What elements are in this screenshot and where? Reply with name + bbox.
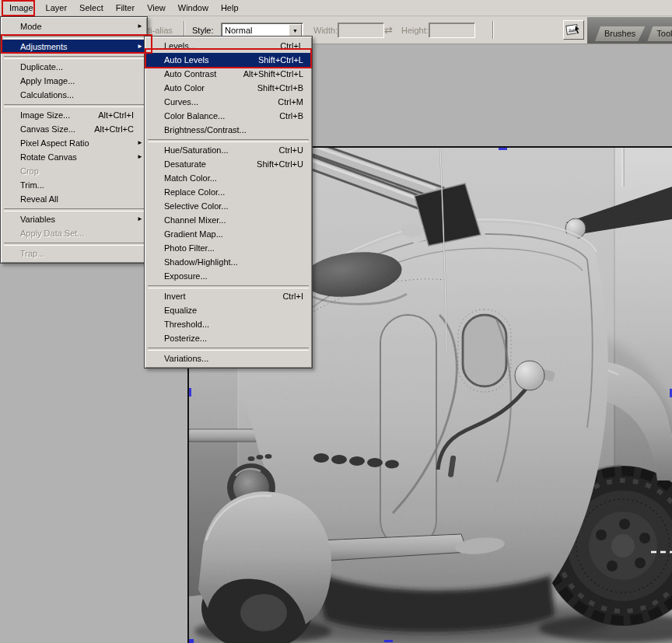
go-to-bridge-button[interactable] <box>563 20 584 40</box>
menu-item-label: Rotate Canvas <box>20 152 77 162</box>
adjustments-submenu-item-shadow-highlight[interactable]: Shadow/Highlight... <box>145 255 311 269</box>
image-menu-item-mode[interactable]: Mode ► <box>2 19 146 33</box>
palette-well-item-brushes[interactable]: Brushes <box>595 26 645 41</box>
adjustments-submenu-item-hue-saturation[interactable]: Hue/Saturation... Ctrl+U <box>145 143 311 157</box>
height-input[interactable] <box>429 23 475 38</box>
menubar-item-layer[interactable]: Layer <box>40 0 74 16</box>
menu-item-label: Calculations... <box>20 90 74 100</box>
label: Window <box>178 3 208 12</box>
bridge-icon <box>565 23 582 37</box>
menu-item-shortcut: Alt+Ctrl+I <box>98 110 134 120</box>
image-menu-item-apply-data-set[interactable]: Apply Data Set... <box>2 226 146 240</box>
menubar-item-view[interactable]: View <box>141 0 172 16</box>
menu-item-label: Mode <box>20 22 42 31</box>
menu-item-label: Trap... <box>20 249 44 258</box>
image-menu-item-duplicate[interactable]: Duplicate... <box>2 60 146 74</box>
adjustments-submenu-item-variations[interactable]: Variations... <box>145 351 311 365</box>
image-menu-item-rotate-canvas[interactable]: Rotate Canvas ► <box>2 150 146 164</box>
menu-item-shortcut: Shift+Ctrl+U <box>257 159 303 169</box>
width-input[interactable] <box>338 23 384 38</box>
width-label: Width: <box>313 26 338 35</box>
menu-separator <box>146 345 310 351</box>
adjustments-submenu-item-desaturate[interactable]: Desaturate Shift+Ctrl+U <box>145 157 311 171</box>
menu-item-label: Auto Color <box>164 83 205 93</box>
image-menu-item-calculations[interactable]: Calculations... <box>2 88 146 102</box>
adjustments-submenu-item-posterize[interactable]: Posterize... <box>145 331 311 345</box>
adjustments-submenu-item-auto-color[interactable]: Auto Color Shift+Ctrl+B <box>145 81 311 95</box>
menubar-item-help[interactable]: Help <box>215 0 245 16</box>
menu-item-label: Exposure... <box>164 271 208 281</box>
label: Layer <box>46 3 68 12</box>
menubar-item-filter[interactable]: Filter <box>110 0 141 16</box>
menu-item-label: Variables <box>20 215 55 224</box>
image-menu-item-apply-image[interactable]: Apply Image... <box>2 74 146 88</box>
adjustments-submenu-item-levels[interactable]: Levels... Ctrl+L <box>145 39 311 53</box>
image-menu-item-canvas-size[interactable]: Canvas Size... Alt+Ctrl+C <box>2 122 146 136</box>
image-menu-item-crop[interactable]: Crop <box>2 164 146 178</box>
menubar-item-window[interactable]: Window <box>172 0 215 16</box>
menu-item-label: Threshold... <box>164 320 209 329</box>
menu-separator <box>146 283 310 289</box>
menu-separator <box>2 206 145 212</box>
menu-item-shortcut: Shift+Ctrl+B <box>257 83 303 93</box>
adjustments-submenu-item-threshold[interactable]: Threshold... <box>145 317 311 331</box>
submenu-arrow-icon: ► <box>137 154 143 160</box>
adjustments-submenu-item-replace-color[interactable]: Replace Color... <box>145 185 311 199</box>
menu-item-shortcut: Ctrl+I <box>282 292 303 301</box>
menu-item-label: Channel Mixer... <box>164 215 226 225</box>
menu-separator <box>2 102 145 108</box>
menu-item-shortcut: Alt+Ctrl+C <box>94 124 134 134</box>
menu-item-label: Gradient Map... <box>164 229 223 239</box>
palette-well: BrushesTool Pr <box>587 17 672 44</box>
style-label: Style: <box>192 26 214 35</box>
image-menu-item-trim[interactable]: Trim... <box>2 178 146 192</box>
menu-separator <box>146 137 310 143</box>
adjustments-submenu-item-auto-contrast[interactable]: Auto Contrast Alt+Shift+Ctrl+L <box>145 67 311 81</box>
menu-item-shortcut: Ctrl+L <box>280 41 303 51</box>
menubar: ImageLayerSelectFilterViewWindowHelp <box>0 0 672 16</box>
menu-item-label: Hue/Saturation... <box>164 145 229 155</box>
menu-item-label: Desaturate <box>164 159 206 169</box>
menubar-item-select[interactable]: Select <box>73 0 110 16</box>
submenu-arrow-icon: ► <box>137 23 143 30</box>
menu-item-label: Curves... <box>164 97 198 107</box>
adjustments-submenu-item-gradient-map[interactable]: Gradient Map... <box>145 227 311 241</box>
adjustments-submenu-item-curves[interactable]: Curves... Ctrl+M <box>145 95 311 109</box>
adjustments-submenu-item-color-balance[interactable]: Color Balance... Ctrl+B <box>145 109 311 123</box>
menu-item-label: Levels... <box>164 41 196 51</box>
adjustments-submenu-item-brightness-contrast[interactable]: Brightness/Contrast... <box>145 123 311 137</box>
dropdown-button[interactable]: ▼ <box>289 24 302 37</box>
adjustments-submenu-item-channel-mixer[interactable]: Channel Mixer... <box>145 213 311 227</box>
menu-separator <box>2 54 145 60</box>
submenu-arrow-icon: ► <box>137 140 143 146</box>
palette-well-item-tool-pr[interactable]: Tool Pr <box>647 26 672 41</box>
menu-separator <box>2 240 145 246</box>
menu-item-label: Invert <box>164 292 186 301</box>
menu-item-label: Photo Filter... <box>164 243 215 253</box>
image-menu-item-variables[interactable]: Variables ► <box>2 212 146 226</box>
menu-item-shortcut: Ctrl+U <box>279 145 303 155</box>
adjustments-submenu-item-invert[interactable]: Invert Ctrl+I <box>145 289 311 303</box>
image-menu-item-pixel-aspect-ratio[interactable]: Pixel Aspect Ratio ► <box>2 136 146 150</box>
swap-dimensions-icon: ⇄ <box>384 24 393 36</box>
adjustments-submenu-item-photo-filter[interactable]: Photo Filter... <box>145 241 311 255</box>
anti-alias-label: ti-alias <box>148 26 173 35</box>
menu-item-label: Apply Image... <box>20 76 75 86</box>
image-menu-item-trap[interactable]: Trap... <box>2 246 146 260</box>
image-menu-item-image-size[interactable]: Image Size... Alt+Ctrl+I <box>2 108 146 122</box>
menu-item-label: Shadow/Highlight... <box>164 257 238 267</box>
menu-item-label: Adjustments <box>20 42 68 51</box>
adjustments-submenu-item-auto-levels[interactable]: Auto Levels Shift+Ctrl+L <box>145 53 311 67</box>
adjustments-submenu-item-selective-color[interactable]: Selective Color... <box>145 199 311 213</box>
adjustments-submenu-item-exposure[interactable]: Exposure... <box>145 269 311 283</box>
menu-item-label: Selective Color... <box>164 201 229 211</box>
adjustments-submenu-item-equalize[interactable]: Equalize <box>145 303 311 317</box>
menubar-item-image[interactable]: Image <box>3 0 40 16</box>
menu-item-label: Trim... <box>20 180 44 190</box>
image-menu-item-reveal-all[interactable]: Reveal All <box>2 192 146 206</box>
menu-item-label: Color Balance... <box>164 111 225 121</box>
adjustments-submenu-item-match-color[interactable]: Match Color... <box>145 171 311 185</box>
menu-separator <box>2 33 145 40</box>
menu-item-label: Image Size... <box>20 110 70 120</box>
image-menu-item-adjustments[interactable]: Adjustments ► <box>2 40 146 54</box>
